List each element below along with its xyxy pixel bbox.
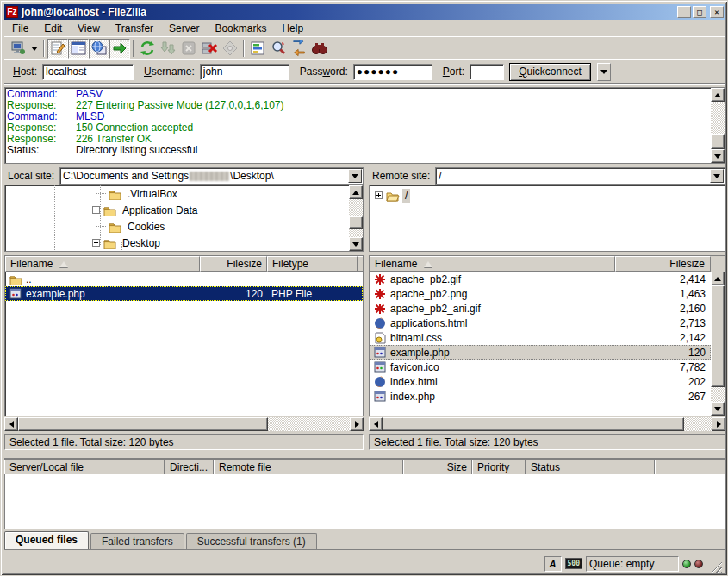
menu-file[interactable]: File (4, 21, 36, 36)
menu-bookmarks[interactable]: Bookmarks (207, 21, 274, 36)
tree-item-desktop[interactable]: Desktop (92, 235, 163, 251)
toggle-transfer-queue-button[interactable] (109, 39, 130, 59)
tree-item-root[interactable]: / (375, 187, 410, 203)
scroll-left-button[interactable] (369, 417, 383, 431)
queue-column-size[interactable]: Size (403, 460, 472, 475)
tree-item-application-data[interactable]: Application Data (92, 202, 200, 218)
filezilla-app-icon[interactable]: Fz (6, 6, 18, 18)
queue-column-status[interactable]: Status (526, 460, 655, 475)
scroll-thumb[interactable] (711, 285, 725, 387)
scroll-thumb[interactable] (383, 417, 684, 431)
local-site-combobox[interactable]: C:\Documents and Settings\Desktop\ (59, 167, 364, 185)
local-list-hscrollbar[interactable] (4, 417, 364, 431)
file-row[interactable]: index.php 267 (370, 389, 711, 404)
expand-plus-icon[interactable] (92, 206, 100, 214)
quickconnect-button[interactable]: Quickconnect (509, 63, 591, 81)
file-row[interactable]: bitnami.css 2,142 (370, 330, 711, 345)
scroll-up-button[interactable] (711, 88, 725, 102)
file-row[interactable]: favicon.ico 7,782 (370, 360, 711, 374)
queue-column-priority[interactable]: Priority (472, 460, 526, 475)
refresh-button[interactable] (137, 39, 158, 59)
tab-queued-files[interactable]: Queued files (4, 531, 89, 549)
scroll-left-button[interactable] (4, 417, 18, 431)
scroll-right-button[interactable] (350, 417, 364, 431)
file-row-example-php[interactable]: example.php 120 (370, 345, 711, 360)
local-site-dropdown-button[interactable] (348, 169, 362, 183)
toggle-local-tree-button[interactable] (68, 39, 89, 59)
local-file-list[interactable]: Filename Filesize Filetype L .. example.… (4, 255, 364, 416)
file-row-example-php[interactable]: example.php 120 PHP File 1 (5, 286, 363, 301)
find-files-button[interactable] (309, 39, 330, 59)
local-directory-tree[interactable]: .VirtualBox Application Data Cookies Des… (4, 185, 364, 252)
column-header-filesize[interactable]: Filesize (615, 256, 711, 272)
scroll-down-button[interactable] (711, 402, 725, 416)
password-input[interactable] (353, 64, 432, 80)
username-input[interactable] (200, 64, 289, 80)
log-scrollbar[interactable] (711, 88, 725, 163)
toggle-remote-tree-button[interactable] (89, 39, 109, 59)
remote-list-hscrollbar[interactable] (369, 417, 725, 431)
collapse-minus-icon[interactable] (92, 239, 100, 247)
cancel-operation-button[interactable] (178, 39, 199, 59)
scroll-up-button[interactable] (349, 185, 363, 199)
scroll-thumb[interactable] (711, 134, 725, 149)
local-tree-scrollbar[interactable] (349, 185, 363, 251)
quickconnect-dropdown-button[interactable] (597, 63, 611, 81)
queue-list[interactable] (4, 474, 725, 529)
file-row[interactable]: applications.html 2,713 (370, 316, 711, 330)
scroll-thumb[interactable] (349, 216, 363, 229)
file-row[interactable]: index.html 202 (370, 374, 711, 389)
message-log[interactable]: Command:PASV Response:227 Entering Passi… (4, 87, 725, 164)
column-header-filesize[interactable]: Filesize (200, 256, 267, 272)
file-row[interactable]: apache_pb2.gif 2,414 (370, 272, 711, 286)
file-row-parent-dir[interactable]: .. (5, 272, 363, 286)
queue-column-remote-file[interactable]: Remote file (214, 460, 403, 475)
expand-plus-icon[interactable] (375, 191, 383, 199)
title-bar[interactable]: Fz john@localhost - FileZilla _ □ ✕ (4, 4, 725, 20)
tree-item-cookies[interactable]: Cookies (96, 218, 167, 235)
synchronized-browsing-button[interactable] (289, 39, 309, 59)
minimize-button[interactable]: _ (677, 6, 691, 18)
maximize-button[interactable]: □ (693, 6, 706, 18)
menu-edit[interactable]: Edit (36, 21, 70, 36)
remote-list-scrollbar[interactable] (711, 272, 725, 416)
reconnect-button[interactable] (220, 39, 240, 59)
compare-directories-button[interactable] (268, 39, 289, 59)
column-header-last-modified[interactable]: L (358, 256, 364, 272)
tree-item-virtualbox[interactable]: .VirtualBox (96, 185, 180, 202)
menu-help[interactable]: Help (274, 21, 311, 36)
file-row[interactable]: apache_pb2_ani.gif 2,160 (370, 301, 711, 316)
tab-failed-transfers[interactable]: Failed transfers (90, 533, 184, 549)
disconnect-button[interactable] (199, 39, 220, 59)
scroll-down-button[interactable] (349, 237, 363, 251)
file-row[interactable]: apache_pb2.png 1,463 (370, 286, 711, 301)
data-type-indicator[interactable]: A (544, 556, 562, 572)
site-manager-button[interactable] (8, 39, 28, 59)
remote-site-combobox[interactable]: / (435, 167, 725, 185)
port-input[interactable] (470, 64, 504, 80)
speed-limit-indicator[interactable]: 500 (565, 558, 582, 569)
scroll-down-button[interactable] (711, 149, 725, 163)
process-queue-button[interactable] (158, 39, 178, 59)
queue-column-direction[interactable]: Directi... (165, 460, 214, 475)
directory-listing-filters-button[interactable] (247, 39, 268, 59)
remote-file-list[interactable]: Filename Filesize apache_pb2.gif 2,414 a… (369, 255, 725, 416)
menu-transfer[interactable]: Transfer (108, 21, 161, 36)
scroll-up-button[interactable] (711, 272, 725, 285)
scroll-thumb[interactable] (18, 417, 268, 431)
close-button[interactable]: ✕ (710, 6, 724, 18)
resize-grip[interactable] (710, 561, 722, 573)
column-header-filename[interactable]: Filename (5, 256, 200, 272)
remote-directory-tree[interactable]: / (369, 185, 725, 252)
column-header-filename[interactable]: Filename (370, 256, 615, 272)
menu-server[interactable]: Server (161, 21, 207, 36)
tab-successful-transfers[interactable]: Successful transfers (1) (186, 533, 317, 549)
menu-view[interactable]: View (70, 21, 108, 36)
host-input[interactable] (42, 64, 134, 80)
queue-column-server-local-file[interactable]: Server/Local file (4, 460, 165, 475)
column-header-filetype[interactable]: Filetype (267, 256, 358, 272)
scroll-right-button[interactable] (712, 417, 725, 431)
toggle-message-log-button[interactable] (47, 39, 68, 59)
site-manager-dropdown-button[interactable] (28, 39, 40, 59)
remote-site-dropdown-button[interactable] (710, 169, 724, 183)
